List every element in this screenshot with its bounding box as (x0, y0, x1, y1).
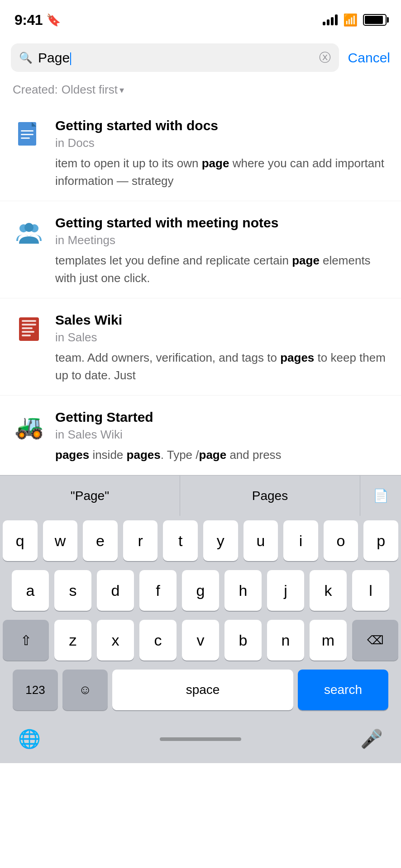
search-icon: 🔍 (19, 52, 33, 64)
svg-rect-12 (22, 331, 34, 333)
meetings-icon (13, 216, 45, 248)
svg-rect-3 (21, 134, 33, 135)
key-r[interactable]: r (123, 520, 158, 561)
sort-label: Created: (13, 83, 58, 97)
key-d[interactable]: d (97, 570, 134, 611)
result-location: in Meetings (55, 233, 388, 247)
key-h[interactable]: h (224, 570, 262, 611)
suggestion-quoted-page[interactable]: "Page" (0, 476, 180, 516)
key-k[interactable]: k (310, 570, 347, 611)
chevron-down-icon: ▾ (119, 85, 124, 95)
home-indicator (160, 737, 241, 741)
sort-dropdown[interactable]: Oldest first ▾ (62, 83, 124, 97)
doc-icon (13, 118, 45, 151)
result-location: in Docs (55, 136, 388, 150)
key-f[interactable]: f (139, 570, 177, 611)
status-icons: 📶 (323, 13, 387, 27)
search-section: 🔍 Page ⓧ Cancel (0, 36, 401, 79)
result-snippet: team. Add owners, verification, and tags… (55, 349, 388, 384)
key-y[interactable]: y (203, 520, 238, 561)
delete-key[interactable]: ⌫ (352, 620, 398, 660)
cancel-button[interactable]: Cancel (348, 50, 390, 66)
suggestions-row: "Page" Pages 📄 (0, 475, 401, 516)
globe-icon[interactable]: 🌐 (18, 728, 41, 750)
clear-button[interactable]: ⓧ (319, 50, 331, 66)
svg-rect-4 (21, 137, 30, 139)
key-w[interactable]: w (43, 520, 78, 561)
list-item[interactable]: Sales Wiki in Sales team. Add owners, ve… (0, 298, 401, 396)
key-t[interactable]: t (163, 520, 198, 561)
key-x[interactable]: x (97, 620, 134, 660)
result-content: Getting Started in Sales Wiki pages insi… (55, 408, 388, 464)
result-snippet: pages inside pages. Type /page and press (55, 446, 388, 464)
wifi-icon: 📶 (343, 13, 358, 27)
key-m[interactable]: m (310, 620, 347, 660)
keyboard: q w e r t y u i o p a s d f g h j k l ⇧ … (0, 516, 401, 724)
list-item[interactable]: Getting started with meeting notes in Me… (0, 201, 401, 298)
suggestion-emoji[interactable]: 📄 (360, 476, 401, 516)
suggestion-pages[interactable]: Pages (180, 476, 360, 516)
key-l[interactable]: l (352, 570, 389, 611)
key-q[interactable]: q (3, 520, 38, 561)
result-snippet: templates let you define and replicate c… (55, 252, 388, 287)
key-s[interactable]: s (54, 570, 91, 611)
svg-rect-11 (22, 327, 33, 329)
svg-rect-13 (22, 335, 31, 336)
bottom-bar: 🌐 🎤 (0, 724, 401, 763)
svg-rect-2 (21, 130, 33, 132)
key-b[interactable]: b (224, 620, 262, 660)
result-content: Getting started with meeting notes in Me… (55, 214, 388, 287)
result-title: Sales Wiki (55, 311, 388, 329)
result-snippet: item to open it up to its own page where… (55, 155, 388, 190)
sort-filter[interactable]: Created: Oldest first ▾ (0, 79, 401, 104)
signal-icon (323, 14, 338, 25)
keyboard-row-2: a s d f g h j k l (0, 566, 401, 615)
keyboard-row-1: q w e r t y u i o p (0, 516, 401, 566)
key-u[interactable]: u (243, 520, 278, 561)
svg-rect-9 (22, 320, 36, 322)
key-n[interactable]: n (267, 620, 304, 660)
key-j[interactable]: j (267, 570, 304, 611)
search-button[interactable]: search (298, 670, 388, 710)
bookmark-icon: 🔖 (46, 13, 61, 27)
search-input[interactable]: Page (38, 50, 314, 66)
svg-rect-10 (22, 324, 36, 326)
key-p[interactable]: p (363, 520, 398, 561)
emoji-key[interactable]: ☺ (62, 670, 108, 710)
key-z[interactable]: z (54, 620, 91, 660)
results-list: Getting started with docs in Docs item t… (0, 104, 401, 475)
shift-key[interactable]: ⇧ (3, 620, 49, 660)
key-e[interactable]: e (83, 520, 118, 561)
result-title: Getting started with meeting notes (55, 214, 388, 231)
key-c[interactable]: c (139, 620, 177, 660)
svg-point-7 (24, 223, 33, 232)
list-item[interactable]: 🚜 Getting Started in Sales Wiki pages in… (0, 396, 401, 475)
key-a[interactable]: a (12, 570, 49, 611)
result-title: Getting Started (55, 408, 388, 426)
key-i[interactable]: i (283, 520, 318, 561)
battery-icon (363, 14, 387, 26)
result-content: Getting started with docs in Docs item t… (55, 117, 388, 190)
key-v[interactable]: v (182, 620, 219, 660)
result-location: in Sales (55, 330, 388, 344)
status-time: 9:41 (14, 12, 43, 28)
result-title: Getting started with docs (55, 117, 388, 134)
list-item[interactable]: Getting started with docs in Docs item t… (0, 104, 401, 201)
tractor-icon: 🚜 (13, 410, 45, 443)
wiki-icon (13, 313, 45, 345)
result-location: in Sales Wiki (55, 428, 388, 442)
status-bar: 9:41 🔖 📶 (0, 0, 401, 36)
numbers-key[interactable]: 123 (13, 670, 58, 710)
keyboard-row-4: 123 ☺ space search (0, 665, 401, 715)
microphone-icon[interactable]: 🎤 (360, 728, 383, 750)
search-bar[interactable]: 🔍 Page ⓧ (11, 43, 339, 72)
space-key[interactable]: space (112, 670, 293, 710)
key-o[interactable]: o (324, 520, 358, 561)
keyboard-row-3: ⇧ z x c v b n m ⌫ (0, 615, 401, 665)
key-g[interactable]: g (182, 570, 219, 611)
result-content: Sales Wiki in Sales team. Add owners, ve… (55, 311, 388, 384)
